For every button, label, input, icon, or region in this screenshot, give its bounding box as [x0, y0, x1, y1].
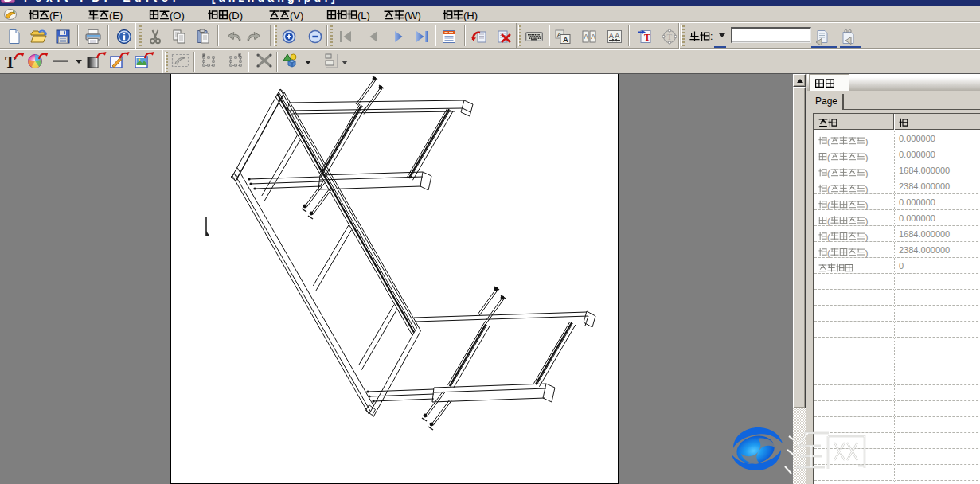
svg-text:A: A	[591, 33, 595, 41]
svg-text:A: A	[609, 32, 614, 40]
svg-text:A: A	[563, 35, 568, 44]
svg-text:T: T	[667, 32, 673, 41]
svg-text:T: T	[644, 32, 650, 43]
svg-text:A: A	[584, 33, 588, 41]
svg-text:T: T	[5, 53, 16, 70]
svg-text:A: A	[615, 32, 619, 40]
